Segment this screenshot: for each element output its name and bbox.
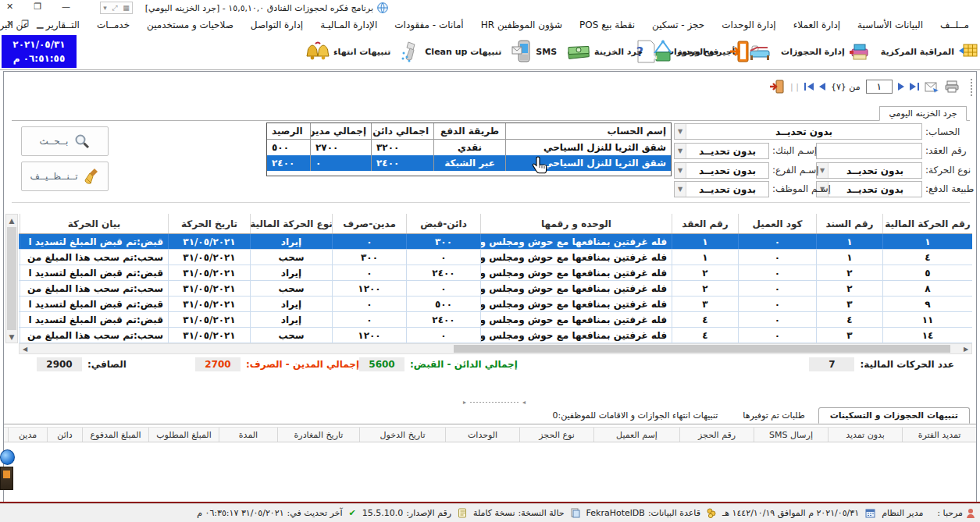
mdi-close-button[interactable]: ✕	[6, 19, 13, 29]
debit-total-label: إجمالي المدين - الصرف:	[246, 359, 359, 370]
alerts-column-header[interactable]: رقم الحجز	[679, 428, 754, 442]
grid-column-header[interactable]: نوع الحركة المالية	[250, 214, 332, 233]
alerts-column-header[interactable]: تاريخ المغادرة	[277, 428, 359, 442]
grid-row[interactable]: ١٤٣٠٤فله غرفتين بمنافعها مع حوش ومجلس وم…	[19, 328, 972, 343]
bottom-tab-bar: تنبيهات الحجوزات و التسكينات طلبات تم تو…	[4, 407, 976, 424]
close-button[interactable]: ✕	[6, 2, 13, 12]
alerts-column-header[interactable]: تاريخ الدخول	[359, 428, 445, 442]
menu-item-4[interactable]: حجز - تسكين	[652, 20, 704, 30]
bank-select[interactable]: ▼بدون تحديــد	[674, 143, 769, 159]
alerts-column-header[interactable]: إسم العميل	[593, 428, 679, 442]
grid-row[interactable]: ٥٢٠٢فله غرفتين بمنافعها مع حوش ومجلس ومس…	[19, 265, 972, 281]
alerts-column-header[interactable]: بدون تمديد	[828, 428, 902, 442]
menu-item-8[interactable]: الإدارة المـاليـة	[320, 20, 377, 30]
record-number-input[interactable]	[866, 80, 893, 94]
side-panel-tool-icon[interactable]	[0, 467, 13, 490]
grid-column-header[interactable]: رقم السند	[816, 214, 882, 233]
export-mail-button[interactable]	[925, 81, 939, 93]
scrollbar-thumb[interactable]	[454, 345, 950, 353]
grid-column-header[interactable]: رقم الحركة المالية	[882, 214, 972, 233]
account-select[interactable]: ▼بدون تحديــد	[674, 123, 922, 140]
toolbar-treasury-button[interactable]: جرد الخزينة	[567, 43, 643, 60]
grid-column-header[interactable]: الوحده و رقمها	[480, 214, 672, 233]
credit-total-label: إجمالي الدائن - القبض:	[410, 359, 518, 370]
tab-reservation-alerts[interactable]: تنبيهات الحجوزات و التسكينات	[818, 407, 970, 424]
restore-button[interactable]: ❐	[34, 2, 41, 12]
menu-item-2[interactable]: إدارة العملاء	[793, 20, 840, 30]
alerts-column-header[interactable]: مدين	[8, 428, 47, 442]
grid-cell: ٩	[882, 297, 972, 311]
tab-passport-expiry-alerts[interactable]: تنبيهات انتهاء الجوازات و الاقامات للموظ…	[540, 407, 729, 424]
scrollbar-thumb[interactable]	[7, 227, 16, 330]
print-button[interactable]	[945, 80, 959, 93]
toolbar-central-monitor-button[interactable]: المراقبة المركزية	[881, 42, 978, 61]
tab-daily-treasury[interactable]: جرد الخزينه اليومي	[879, 106, 967, 121]
toolbar-sms-button[interactable]: SMS	[511, 40, 557, 63]
menu-item-11[interactable]: خدمــات	[97, 20, 130, 30]
toolbar-open-shift-button[interactable]: OPEN فتح ورديه	[653, 40, 718, 63]
menu-item-7[interactable]: أمانات - مفقودات	[394, 20, 463, 30]
grid-horizontal-scrollbar[interactable]: ◀ ▶	[19, 343, 972, 354]
menu-item-0[interactable]: مــلــف	[940, 20, 969, 30]
alerts-column-header[interactable]: دائن	[47, 428, 82, 442]
grid-row[interactable]: ١١٠١فله غرفتين بمنافعها مع حوش ومجلس ومس…	[19, 234, 972, 250]
grid-cell: ٢	[816, 281, 882, 296]
search-button[interactable]: بــحــث	[21, 126, 109, 156]
next-record-button[interactable]	[898, 83, 904, 91]
grid-row[interactable]: ٩٣٠٣فله غرفتين بمنافعها مع حوش ومجلس ومس…	[19, 297, 972, 312]
scroll-down-icon[interactable]: ▼	[6, 331, 17, 343]
alerts-column-header[interactable]: المبلغ المطلوب	[148, 428, 219, 442]
toolbar-cleanup-alerts-button[interactable]: تنبيهات Clean up	[401, 41, 501, 62]
close-form-exit-icon[interactable]	[769, 80, 785, 94]
quick-access-toolbar[interactable]: ▦⤢▾	[100, 2, 133, 14]
contract-number-input[interactable]	[816, 143, 922, 159]
grid-column-header[interactable]: تاريخ الحركة	[168, 214, 250, 233]
grid-column-header[interactable]: رقم العقد	[672, 214, 738, 233]
side-panel-sphere-icon[interactable]	[0, 449, 15, 465]
toolbar-manage-reservations-button[interactable]: إدارة الحجوزات	[781, 41, 871, 62]
grid-column-header[interactable]: مدين-صرف	[332, 214, 406, 233]
mdi-minimize-button[interactable]: ▁	[37, 19, 43, 29]
toolbar-exit-button[interactable]	[729, 40, 750, 63]
summary-row-cash[interactable]: شقق الثريا للنزل السياحي نقدي ٣٢٠٠ ٢٧٠٠ …	[267, 140, 671, 155]
menu-item-10[interactable]: صلاحيات و مستخدمين	[147, 20, 233, 30]
menu-item-5[interactable]: نقطة بيع POS	[579, 20, 635, 30]
alerts-column-header[interactable]: الوحدات	[445, 428, 519, 442]
first-record-button[interactable]	[804, 83, 814, 91]
menu-item-1[interactable]: البيانات الأساسية	[857, 20, 923, 30]
minimize-button[interactable]: —	[62, 2, 70, 12]
scroll-right-icon[interactable]: ▶	[960, 344, 971, 353]
summary-row-network-selected[interactable]: شقق الثريا للنزل السياحي عبر الشبكة ٢٤٠٠…	[267, 155, 671, 171]
previous-record-button[interactable]	[819, 83, 825, 91]
alerts-column-header[interactable]: المبلغ المدفوع	[82, 428, 148, 442]
grid-vertical-scrollbar[interactable]: ▲ ▼	[5, 214, 18, 343]
grid-column-header[interactable]: دائن-قبض	[406, 214, 480, 233]
last-record-button[interactable]	[910, 83, 919, 91]
grid-column-header[interactable]: بيان الحركة	[20, 214, 168, 233]
scroll-up-icon[interactable]: ▲	[6, 215, 17, 226]
scroll-left-icon[interactable]: ◀	[20, 344, 30, 353]
menu-item-12[interactable]: التــقارير	[46, 20, 80, 30]
clean-spray-icon	[401, 41, 421, 62]
payment-nature-select[interactable]: ▼بدون تحديــد	[816, 181, 922, 197]
employee-select[interactable]: ▼بدون تحديــد	[674, 181, 769, 197]
grid-row[interactable]: ٨٢٠٢فله غرفتين بمنافعها مع حوش ومجلس ومس…	[19, 281, 972, 297]
movement-type-select[interactable]: ▼بدون تحديــد	[816, 162, 922, 179]
alerts-column-header[interactable]: المدة	[219, 428, 277, 442]
menu-item-6[interactable]: شؤون الموظفين HR	[481, 20, 562, 30]
grid-row[interactable]: ٤١٠١فله غرفتين بمنافعها مع حوش ومجلس ومس…	[19, 250, 972, 265]
toolbar-drag-handle[interactable]	[970, 78, 973, 97]
grid-column-header[interactable]: كود العميل	[738, 214, 816, 233]
menu-item-9[interactable]: إدارة التواصل	[251, 20, 303, 30]
grid-row[interactable]: ١١٤٠٤فله غرفتين بمنافعها مع حوش ومجلس وم…	[19, 312, 972, 328]
panel-splitter-handle[interactable]: ◂▸	[463, 399, 526, 405]
alerts-column-header[interactable]: تمديد الفترة	[902, 428, 976, 442]
alerts-column-header[interactable]: نوع الحجز	[519, 428, 593, 442]
toolbar-expiry-alerts-button[interactable]: تنبيهات انتهاء	[306, 41, 390, 62]
tab-fulfilled-requests[interactable]: طلبات تم توفيرها	[731, 407, 816, 424]
mdi-restore-button[interactable]: ❐	[21, 19, 29, 29]
branch-select[interactable]: ▼بدون تحديــد	[674, 162, 769, 179]
alerts-column-header[interactable]: إرسال SMS	[754, 428, 828, 442]
clean-button[interactable]: تــنــظــيــف	[21, 162, 109, 191]
menu-item-3[interactable]: إدارة الوحدات	[722, 20, 775, 30]
